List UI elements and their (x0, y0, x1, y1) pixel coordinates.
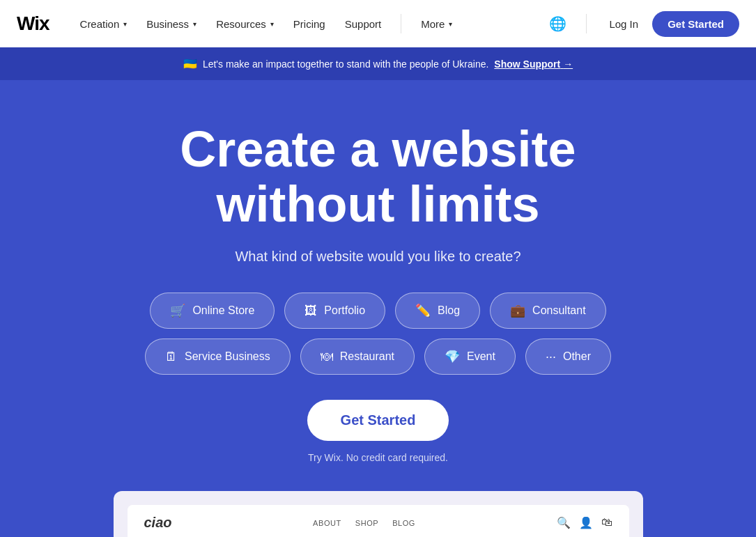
type-btn-restaurant[interactable]: 🍽 Restaurant (300, 338, 415, 375)
event-icon: 💎 (445, 349, 460, 364)
preview-nav: ciao ABOUT SHOP BLOG 🔍 👤 🛍 (128, 505, 629, 537)
other-icon: ··· (546, 350, 556, 364)
get-started-cta-button[interactable]: Get Started (307, 400, 449, 441)
preview-inner: ciao ABOUT SHOP BLOG 🔍 👤 🛍 (128, 505, 629, 537)
nav-right: 🌐 Log In Get Started (549, 11, 739, 37)
store-icon: 🛒 (170, 303, 185, 318)
hero-title: Create a website without limits (180, 122, 576, 232)
type-btn-other[interactable]: ··· Other (525, 338, 611, 375)
no-credit-text: Try Wix. No credit card required. (308, 452, 448, 463)
nav-item-resources[interactable]: Resources ▾ (208, 13, 282, 36)
nav-item-creation[interactable]: Creation ▾ (72, 13, 136, 36)
website-type-grid: 🛒 Online Store 🖼 Portfolio ✏️ Blog 💼 Con… (145, 293, 611, 375)
login-button[interactable]: Log In (606, 13, 641, 36)
nav-item-more[interactable]: More ▾ (412, 13, 461, 36)
type-btn-consultant[interactable]: 💼 Consultant (490, 293, 606, 329)
hero-subtitle: What kind of website would you like to c… (235, 249, 520, 265)
globe-icon[interactable]: 🌐 (549, 15, 566, 32)
chevron-down-icon: ▾ (123, 20, 127, 28)
banner-text: Let's make an impact together to stand w… (203, 59, 488, 70)
navbar: Wix Creation ▾ Business ▾ Resources ▾ Pr… (0, 0, 756, 47)
type-btn-blog[interactable]: ✏️ Blog (395, 293, 480, 329)
type-btn-online-store[interactable]: 🛒 Online Store (150, 293, 275, 329)
service-icon: 🗓 (165, 350, 178, 364)
type-btn-portfolio[interactable]: 🖼 Portfolio (284, 293, 385, 329)
nav-divider (401, 14, 401, 33)
preview-search-icon: 🔍 (557, 516, 571, 529)
type-btn-event[interactable]: 💎 Event (424, 338, 516, 375)
chevron-down-icon: ▾ (193, 20, 196, 28)
preview-nav-icons: 🔍 👤 🛍 (557, 516, 612, 529)
nav-item-support[interactable]: Support (337, 13, 390, 36)
get-started-nav-button[interactable]: Get Started (652, 11, 739, 37)
ukraine-banner: 🇺🇦 Let's make an impact together to stan… (0, 47, 756, 80)
nav-item-pricing[interactable]: Pricing (285, 13, 334, 36)
blog-icon: ✏️ (415, 303, 431, 318)
preview-logo: ciao (144, 515, 172, 531)
type-btn-service-business[interactable]: 🗓 Service Business (145, 338, 291, 375)
restaurant-icon: 🍽 (321, 350, 333, 364)
portfolio-icon: 🖼 (304, 304, 317, 318)
website-type-row-1: 🛒 Online Store 🖼 Portfolio ✏️ Blog 💼 Con… (150, 293, 605, 329)
preview-user-icon: 👤 (579, 516, 593, 529)
preview-cart-icon: 🛍 (601, 516, 612, 529)
chevron-down-icon: ▾ (270, 20, 274, 28)
ukraine-flag: 🇺🇦 (183, 57, 197, 70)
website-preview: ciao ABOUT SHOP BLOG 🔍 👤 🛍 (114, 491, 643, 537)
nav-item-business[interactable]: Business ▾ (138, 13, 205, 36)
hero-section: Create a website without limits What kin… (0, 80, 756, 537)
chevron-down-icon: ▾ (449, 20, 452, 28)
wix-logo[interactable]: Wix (17, 13, 49, 35)
consultant-icon: 💼 (510, 303, 525, 318)
nav-divider-right (586, 14, 587, 33)
nav-links: Creation ▾ Business ▾ Resources ▾ Pricin… (72, 13, 550, 36)
website-type-row-2: 🗓 Service Business 🍽 Restaurant 💎 Event … (145, 338, 611, 375)
banner-link[interactable]: Show Support → (494, 59, 573, 70)
preview-nav-links: ABOUT SHOP BLOG (313, 519, 415, 527)
